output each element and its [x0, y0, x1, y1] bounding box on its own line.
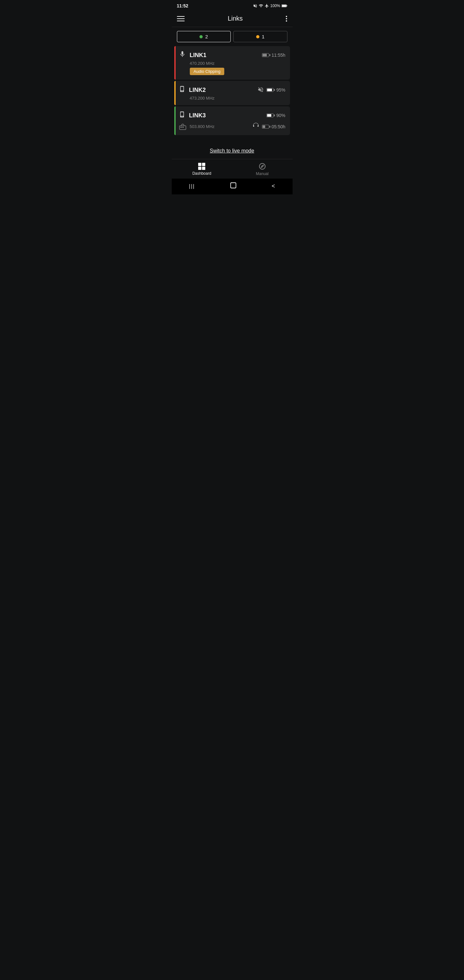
svg-rect-4 [180, 127, 182, 128]
home-button[interactable] [230, 182, 237, 191]
filter-tabs: 2 1 [172, 27, 292, 46]
link1-battery-text: 11:55h [272, 52, 286, 58]
links-list: LINK1 11:55h 470.200 MHz Audio Clipping [172, 46, 292, 135]
link-card-1[interactable]: LINK1 11:55h 470.200 MHz Audio Clipping [174, 46, 290, 80]
wifi-icon [259, 3, 263, 8]
status-time: 11:52 [177, 3, 189, 8]
more-options-button[interactable] [286, 16, 287, 22]
link3-right-headphone: 05:50h [252, 123, 286, 130]
link3-frequency: 503.800 MHz [190, 124, 215, 129]
switch-to-live-mode-link[interactable]: Switch to live mode [210, 148, 254, 153]
status-icons: 100% [253, 3, 288, 8]
battery-percent: 100% [270, 3, 280, 8]
link3-right-battery: 90% [267, 113, 285, 118]
airplane-icon [265, 3, 269, 8]
link3-battery-text: 90% [276, 113, 285, 118]
yellow-dot [256, 35, 259, 38]
link2-frequency: 473.200 MHz [190, 96, 286, 100]
green-dot [199, 35, 203, 38]
link3-name: LINK3 [189, 112, 206, 119]
nav-manual[interactable]: Manual [232, 162, 292, 176]
filter-tab-yellow[interactable]: 1 [233, 31, 288, 42]
link2-bodypack-icon [179, 86, 185, 94]
link3-headphone-battery-text: 05:50h [272, 124, 286, 129]
link1-battery-icon [262, 53, 269, 57]
link-card-2[interactable]: LINK2 95% 473.200 MHz [174, 81, 290, 105]
compass-icon [258, 162, 266, 170]
link1-badge-row: Audio Clipping [190, 68, 286, 75]
nav-manual-label: Manual [256, 172, 269, 176]
svg-rect-2 [282, 5, 286, 6]
link3-headphone-icon [252, 123, 259, 130]
link2-right: 95% [257, 86, 285, 94]
link1-left: LINK1 [179, 51, 207, 60]
link3-bottom-row: 503.800 MHz 05:50h [179, 123, 286, 130]
nav-dashboard[interactable]: Dashboard [172, 163, 232, 176]
back-button[interactable]: < [272, 183, 275, 189]
link1-frequency: 470.200 MHz [190, 61, 286, 66]
link2-top: LINK2 95% [179, 86, 286, 94]
link2-battery-icon [267, 88, 273, 92]
menu-button[interactable] [177, 16, 184, 21]
status-bar: 11:52 100% [172, 0, 292, 12]
svg-point-6 [183, 124, 183, 124]
link-card-3[interactable]: LINK3 90% 5 [174, 107, 290, 135]
link3-battery-icon [267, 113, 273, 117]
link3-left: LINK3 [179, 111, 206, 120]
svg-rect-1 [286, 5, 287, 6]
dashboard-icon [198, 163, 205, 170]
svg-rect-7 [231, 183, 236, 188]
system-nav: ||| < [172, 178, 292, 194]
link2-battery-text: 95% [276, 88, 285, 92]
link1-mic-icon [179, 51, 186, 60]
switch-live-section: Switch to live mode [172, 135, 292, 159]
green-count: 2 [205, 34, 208, 39]
header: Links [172, 12, 292, 27]
link1-top: LINK1 11:55h [179, 51, 286, 60]
link3-receiver-icon [179, 123, 187, 130]
filter-tab-green[interactable]: 2 [177, 31, 231, 42]
recent-apps-button[interactable]: ||| [189, 183, 195, 189]
link2-name: LINK2 [189, 87, 206, 94]
svg-rect-5 [183, 127, 184, 128]
bottom-nav: Dashboard Manual [172, 159, 292, 178]
page-title: Links [228, 15, 243, 22]
link2-left: LINK2 [179, 86, 206, 94]
nav-dashboard-label: Dashboard [192, 171, 211, 176]
battery-status-icon [281, 4, 288, 8]
link1-right: 11:55h [262, 52, 286, 58]
link3-headphone-battery-icon [262, 125, 269, 129]
link3-top: LINK3 90% [179, 111, 286, 120]
link2-muted-icon [257, 86, 264, 94]
link3-bodypack-icon [179, 111, 185, 120]
mute-icon [253, 3, 257, 8]
yellow-count: 1 [262, 34, 265, 39]
link3-receiver-left: 503.800 MHz [179, 123, 215, 130]
link1-name: LINK1 [190, 52, 207, 59]
audio-clipping-badge: Audio Clipping [190, 68, 225, 75]
